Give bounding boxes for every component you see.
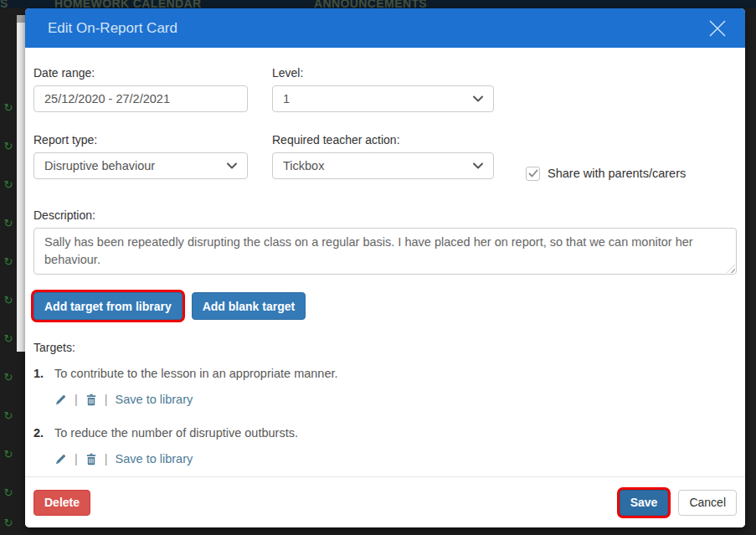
save-button[interactable]: Save — [620, 490, 669, 516]
trash-icon[interactable] — [85, 453, 97, 466]
background-scrollbar-thumb — [17, 15, 25, 23]
separator: | — [105, 452, 108, 466]
pencil-icon[interactable] — [54, 394, 67, 406]
background-nav-homework-calendar: HOMEWORK CALENDAR — [54, 0, 202, 8]
refresh-icon: ↻ — [2, 218, 15, 229]
date-range-label: Date range: — [33, 66, 248, 80]
cancel-button[interactable]: Cancel — [678, 490, 737, 516]
level-label: Level: — [272, 66, 494, 80]
refresh-icon: ↻ — [2, 410, 15, 421]
refresh-icon: ↻ — [2, 256, 15, 267]
dialog-header: Edit On-Report Card — [25, 8, 745, 48]
add-target-from-library-button[interactable]: Add target from library — [33, 292, 183, 320]
refresh-icon: ↻ — [2, 449, 15, 460]
edit-on-report-card-dialog: Edit On-Report Card Date range: Level: 1 — [25, 8, 745, 527]
separator: | — [75, 393, 78, 406]
form-row-1: Date range: Level: 1 — [33, 66, 737, 112]
trash-icon[interactable] — [85, 394, 97, 406]
level-select[interactable]: 1 — [272, 85, 494, 112]
target-text: To reduce the number of disruptive outbu… — [54, 426, 298, 440]
report-type-select[interactable]: Disruptive behaviour — [33, 152, 248, 179]
save-to-library-link[interactable]: Save to library — [116, 393, 193, 406]
chevron-down-icon — [473, 162, 483, 169]
chevron-down-icon — [473, 95, 483, 102]
separator: | — [105, 393, 108, 406]
refresh-icon: ↻ — [2, 333, 15, 344]
refresh-icon: ↻ — [2, 487, 15, 498]
share-checkbox[interactable] — [526, 167, 540, 181]
dialog-title: Edit On-Report Card — [48, 20, 707, 37]
description-textarea[interactable]: Sally has been repeatedly disrupting the… — [33, 228, 737, 275]
share-checkbox-group: Share with parents/carers — [526, 160, 686, 187]
target-number: 2. — [33, 426, 54, 440]
refresh-icon: ↻ — [2, 517, 15, 528]
target-number: 1. — [33, 367, 54, 380]
refresh-icon: ↻ — [2, 179, 15, 190]
save-to-library-link[interactable]: Save to library — [116, 452, 193, 466]
pencil-icon[interactable] — [54, 453, 67, 466]
chevron-down-icon — [227, 162, 237, 169]
teacher-action-select[interactable]: Tickbox — [272, 152, 494, 179]
teacher-action-label: Required teacher action: — [272, 133, 494, 147]
refresh-icon: ↻ — [2, 372, 15, 383]
target-item: 1. To contribute to the lesson in an app… — [33, 367, 737, 406]
share-checkbox-label: Share with parents/carers — [548, 167, 686, 180]
close-icon[interactable] — [707, 18, 728, 39]
background-panel-edge — [17, 15, 25, 352]
dialog-footer: Delete Save Cancel — [25, 476, 745, 527]
targets-label: Targets: — [33, 341, 737, 354]
background-nav-fragment: S — [0, 0, 8, 8]
add-target-buttons: Add target from library Add blank target — [33, 292, 737, 320]
target-item: 2. To reduce the number of disruptive ou… — [33, 426, 737, 466]
report-type-select-value: Disruptive behaviour — [44, 159, 155, 172]
refresh-icon: ↻ — [2, 141, 15, 152]
add-blank-target-button[interactable]: Add blank target — [192, 292, 306, 320]
description-label: Description: — [33, 208, 737, 222]
form-row-2: Report type: Disruptive behaviour Requir… — [33, 133, 737, 187]
refresh-icon: ↻ — [2, 102, 15, 113]
refresh-icon: ↻ — [2, 295, 15, 306]
separator: | — [75, 452, 78, 466]
background-nav-announcements: ANNOUNCEMENTS — [314, 0, 427, 8]
background-navbar: S HOMEWORK CALENDAR ANNOUNCEMENTS — [0, 0, 756, 8]
level-select-value: 1 — [283, 92, 290, 105]
date-range-input[interactable] — [33, 85, 248, 112]
target-text: To contribute to the lesson in an approp… — [54, 367, 338, 380]
report-type-label: Report type: — [33, 133, 248, 147]
dialog-body: Date range: Level: 1 Report type: Disrup… — [25, 48, 745, 466]
check-icon — [528, 169, 538, 178]
teacher-action-select-value: Tickbox — [283, 159, 324, 172]
description-group: Description: Sally has been repeatedly d… — [33, 208, 737, 275]
delete-button[interactable]: Delete — [33, 490, 90, 516]
